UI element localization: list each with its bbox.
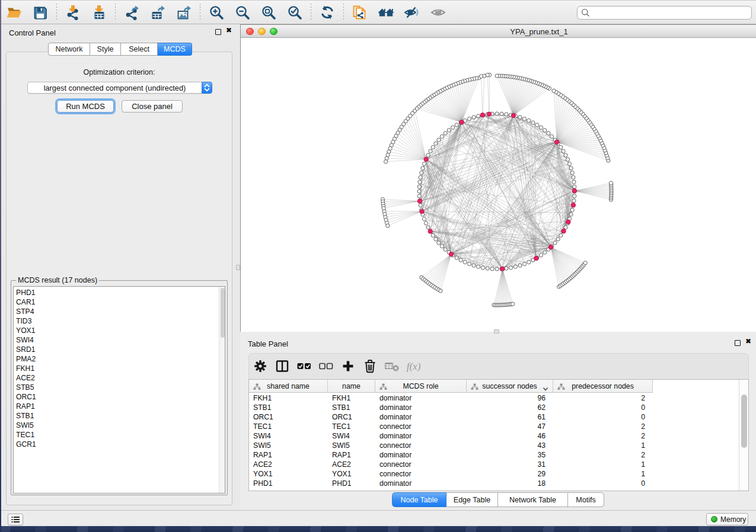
network-node[interactable] [426, 153, 430, 157]
network-node[interactable] [455, 123, 458, 127]
mcds-hub-node[interactable] [534, 256, 538, 260]
mcds-result-item[interactable]: ORC1 [16, 392, 218, 402]
network-node[interactable] [518, 116, 522, 119]
mcds-hub-node[interactable] [562, 229, 566, 233]
table-row[interactable]: SWI5SWI5connector431 [249, 441, 739, 450]
network-node[interactable] [385, 156, 388, 160]
export-network-button[interactable] [122, 2, 142, 23]
network-node[interactable] [522, 117, 526, 120]
table-row[interactable]: SWI4SWI4dominator462 [249, 431, 739, 441]
network-node[interactable] [573, 185, 576, 188]
save-session-button[interactable] [30, 2, 50, 23]
network-node[interactable] [415, 107, 419, 110]
network-node[interactable] [417, 194, 421, 198]
network-node[interactable] [522, 262, 526, 265]
mcds-hub-node[interactable] [500, 267, 505, 271]
search-input[interactable] [593, 7, 748, 18]
mcds-hub-node[interactable] [571, 203, 575, 207]
tab-style[interactable]: Style [90, 43, 121, 56]
network-node[interactable] [531, 121, 535, 124]
column-header-shared-name[interactable]: shared name [249, 380, 328, 393]
mcds-result-item[interactable]: RAP1 [16, 402, 218, 411]
mcds-result-item[interactable]: SRD1 [16, 345, 218, 354]
network-node[interactable] [447, 129, 451, 132]
show-columns-button[interactable] [271, 357, 293, 377]
mcds-result-listbox[interactable]: PHD1CAR1STP4TID3YOX1SWI4SRD1PMA2FKH1ACE2… [13, 286, 225, 493]
mcds-result-item[interactable]: PMA2 [16, 354, 218, 364]
network-node[interactable] [419, 204, 422, 207]
tab-select[interactable]: Select [121, 43, 158, 56]
network-node[interactable] [472, 264, 476, 267]
column-header-predecessor-nodes[interactable]: predecessor nodes [553, 380, 653, 393]
network-node[interactable] [539, 254, 543, 257]
mcds-result-item[interactable]: GCR1 [16, 440, 218, 449]
import-table-button[interactable] [89, 2, 109, 23]
network-node[interactable] [518, 264, 522, 267]
add-column-button[interactable] [337, 357, 359, 377]
window-close-button[interactable] [246, 28, 254, 36]
network-node[interactable] [437, 241, 441, 245]
zoom-out-button[interactable] [232, 2, 253, 23]
network-node[interactable] [562, 149, 565, 153]
network-node[interactable] [573, 194, 576, 198]
network-node[interactable] [527, 118, 531, 122]
mcds-hub-node[interactable] [428, 229, 432, 233]
network-node[interactable] [511, 302, 515, 306]
deselect-all-button[interactable] [315, 357, 337, 377]
network-node[interactable] [419, 175, 422, 179]
network-node[interactable] [422, 217, 426, 220]
network-node[interactable] [543, 129, 547, 132]
mcds-hub-node[interactable] [420, 209, 424, 213]
window-minimize-button[interactable] [258, 28, 266, 36]
open-session-button[interactable] [4, 2, 24, 23]
mcds-hub-node[interactable] [487, 112, 491, 116]
mcds-scrollbar-thumb[interactable] [221, 288, 225, 338]
network-node[interactable] [490, 267, 494, 271]
network-node[interactable] [505, 113, 508, 116]
close-table-panel-button[interactable]: ✖ [744, 336, 752, 346]
network-node[interactable] [477, 114, 480, 118]
show-all-networks-button[interactable] [376, 2, 396, 23]
network-node[interactable] [566, 158, 569, 161]
network-node[interactable] [543, 251, 547, 254]
clone-network-button[interactable] [350, 2, 370, 23]
float-table-panel-button[interactable] [735, 340, 741, 346]
network-node[interactable] [495, 267, 499, 271]
mcds-hub-node[interactable] [480, 113, 484, 117]
mcds-result-item[interactable]: STB5 [16, 383, 218, 392]
window-zoom-button[interactable] [270, 28, 277, 36]
network-node[interactable] [495, 74, 499, 78]
network-node[interactable] [550, 134, 554, 138]
mcds-hub-node[interactable] [548, 245, 553, 249]
close-panel-mcds-button[interactable]: Close panel [122, 100, 183, 113]
network-node[interactable] [444, 248, 447, 251]
table-scrollbar-thumb[interactable] [741, 395, 747, 448]
memory-button[interactable]: Memory [706, 513, 748, 525]
network-node[interactable] [583, 261, 587, 265]
mcds-result-item[interactable]: YOX1 [16, 326, 218, 335]
network-node[interactable] [564, 153, 567, 157]
column-header-name[interactable]: name [328, 380, 375, 393]
network-node[interactable] [429, 149, 432, 153]
network-node[interactable] [440, 134, 444, 138]
network-node[interactable] [434, 142, 438, 145]
zoom-in-button[interactable] [206, 2, 227, 23]
network-node[interactable] [422, 162, 426, 165]
show-selected-button[interactable] [428, 2, 448, 23]
network-node[interactable] [417, 185, 421, 188]
table-settings-button[interactable] [249, 357, 271, 377]
table-row[interactable]: STB1STB1dominator620 [249, 403, 739, 412]
network-window-titlebar[interactable]: YPA_prune.txt_1 [241, 25, 756, 38]
delete-column-button[interactable] [359, 357, 381, 377]
network-node[interactable] [500, 112, 503, 116]
mcds-result-item[interactable]: TEC1 [16, 430, 218, 440]
mcds-hub-node[interactable] [460, 120, 464, 124]
mcds-hub-node[interactable] [572, 188, 576, 193]
network-node[interactable] [570, 208, 574, 211]
network-node[interactable] [463, 260, 467, 264]
network-node[interactable] [556, 238, 560, 241]
mcds-result-item[interactable]: CAR1 [16, 297, 218, 307]
network-node[interactable] [459, 258, 462, 262]
column-header-successor-nodes[interactable]: successor nodes [467, 380, 553, 393]
float-panel-button[interactable] [215, 29, 221, 35]
